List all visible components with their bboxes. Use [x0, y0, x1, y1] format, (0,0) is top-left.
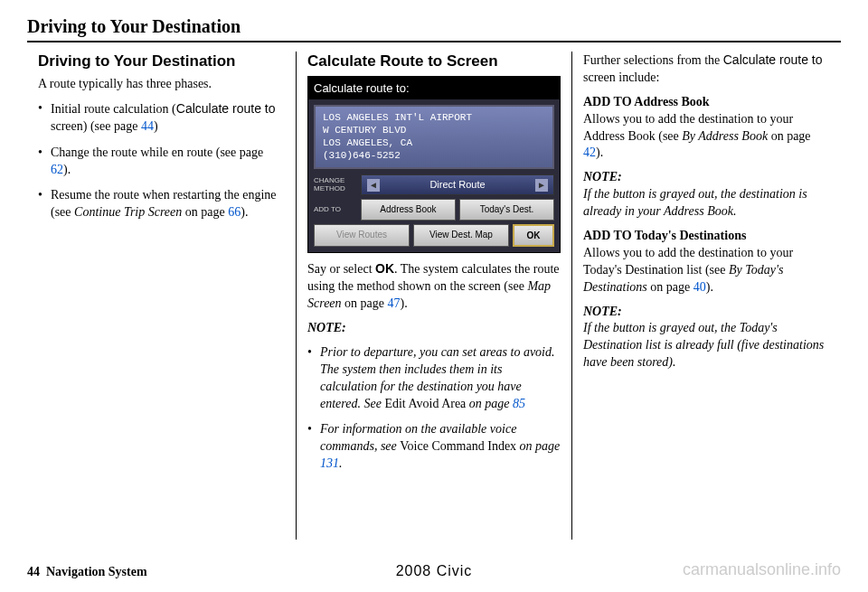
- view-dest-map-button[interactable]: View Dest. Map: [413, 224, 509, 248]
- col2-notes: Prior to departure, you can set areas to…: [307, 344, 561, 473]
- dest-line: (310)646-5252: [323, 150, 545, 163]
- method-value: Direct Route: [429, 178, 485, 192]
- page-number: 44: [27, 565, 40, 578]
- page-link[interactable]: 85: [513, 397, 525, 410]
- scr-destination: LOS ANGELES INT'L AIRPORT W CENTURY BLVD…: [314, 105, 554, 169]
- col-3: Further selections from the Calculate ro…: [571, 52, 841, 540]
- address-book-button[interactable]: Address Book: [361, 199, 456, 221]
- col2-p1: Say or select OK. The system calculates …: [307, 260, 561, 313]
- ui-term: Edit Avoid Area: [384, 397, 466, 410]
- footer: 44 Navigation System 2008 Civic carmanua…: [27, 560, 841, 579]
- label-line: ADD TO: [314, 206, 357, 214]
- dest-line: LOS ANGELES INT'L AIRPORT: [323, 112, 545, 125]
- text: ): [154, 119, 158, 133]
- col3-h1: ADD TO Address Book: [583, 94, 830, 111]
- text: ).: [241, 205, 248, 219]
- text: .: [339, 456, 343, 470]
- note-label: NOTE:: [583, 169, 830, 186]
- text: on page: [466, 397, 513, 410]
- col3-p2: Allows you to add the destination to you…: [583, 111, 830, 163]
- page-link[interactable]: 66: [228, 205, 241, 219]
- screen-name: Continue Trip Screen: [74, 205, 182, 219]
- nav-screenshot: Calculate route to: LOS ANGELES INT'L AI…: [307, 76, 561, 253]
- scr-title: Calculate route to:: [308, 77, 560, 100]
- page-link[interactable]: 44: [141, 119, 154, 133]
- page-link[interactable]: 42: [583, 146, 596, 159]
- text: Change the route while en route (see pag…: [51, 146, 263, 159]
- page-link[interactable]: 40: [693, 280, 706, 294]
- col1-item-2: Change the route while en route (see pag…: [38, 145, 285, 179]
- text: screen) (see page: [51, 119, 141, 133]
- col1-title: Driving to Your Destination: [38, 52, 285, 72]
- col1-intro: A route typically has three phases.: [38, 76, 285, 93]
- col3-p3: Allows you to add the destination to you…: [583, 245, 830, 296]
- arrow-right-icon[interactable]: ►: [535, 179, 548, 192]
- col1-item-1: Initial route calculation (Calculate rou…: [38, 100, 285, 136]
- text: Say or select: [307, 262, 375, 276]
- col1-item-3: Resume the route when restarting the eng…: [38, 187, 285, 221]
- footer-left: 44 Navigation System: [27, 565, 147, 579]
- ok-button[interactable]: OK: [513, 224, 554, 248]
- todays-dest-button[interactable]: Today's Dest.: [459, 199, 554, 221]
- col2-title: Calculate Route to Screen: [307, 52, 561, 72]
- footer-center: 2008 Civic: [396, 563, 473, 579]
- page-link[interactable]: 131: [320, 456, 339, 470]
- method-selector[interactable]: ◄ Direct Route ►: [361, 174, 554, 195]
- text: on page: [182, 205, 228, 219]
- scr-bottom-row: View Routes View Dest. Map OK: [314, 224, 554, 248]
- page-link[interactable]: 47: [388, 296, 401, 310]
- col3-note2: If the button is grayed out, the Today's…: [583, 320, 830, 371]
- text: ).: [596, 146, 603, 159]
- text: on page: [768, 129, 810, 143]
- note-label: NOTE:: [307, 320, 561, 337]
- note-label: NOTE:: [583, 304, 830, 321]
- section-name: Navigation System: [46, 565, 147, 578]
- addto-label: ADD TO: [314, 199, 357, 221]
- scr-addto-row: ADD TO Address Book Today's Dest.: [314, 199, 554, 221]
- screen-name: By Address Book: [682, 129, 768, 143]
- page-header: Driving to Your Destination: [27, 16, 841, 42]
- ui-term: Calculate route to: [723, 52, 823, 67]
- col2-note-1: Prior to departure, you can set areas to…: [307, 344, 561, 413]
- col-1: Driving to Your Destination A route typi…: [27, 52, 296, 540]
- col1-list: Initial route calculation (Calculate rou…: [38, 100, 285, 221]
- label-line: METHOD: [314, 185, 357, 193]
- view-routes-button[interactable]: View Routes: [314, 224, 410, 248]
- ui-term: Calculate route to: [176, 101, 276, 116]
- columns: Driving to Your Destination A route typi…: [27, 52, 841, 540]
- col2-note-2: For information on the available voice c…: [307, 421, 561, 473]
- watermark: carmanualsonline.info: [683, 560, 841, 579]
- ui-term: OK: [375, 261, 394, 276]
- change-method-label: CHANGE METHOD: [314, 174, 357, 195]
- text: on page: [516, 439, 560, 453]
- text: Further selections from the: [583, 53, 723, 67]
- dest-line: W CENTURY BLVD: [323, 125, 545, 137]
- col3-p1: Further selections from the Calculate ro…: [583, 52, 830, 87]
- page-link[interactable]: 62: [51, 163, 63, 176]
- col3-note1: If the button is grayed out, the destina…: [583, 186, 830, 221]
- arrow-left-icon[interactable]: ◄: [367, 179, 380, 192]
- text: ).: [401, 296, 408, 310]
- ui-term: Voice Command Index: [400, 439, 516, 453]
- col-2: Calculate Route to Screen Calculate rout…: [296, 52, 571, 540]
- text: ).: [706, 280, 713, 294]
- dest-line: LOS ANGELES, CA: [323, 137, 545, 150]
- text: screen include:: [583, 70, 659, 84]
- text: ).: [63, 163, 71, 176]
- text: Initial route calculation (: [51, 102, 176, 116]
- text: on page: [647, 280, 693, 294]
- scr-method-row: CHANGE METHOD ◄ Direct Route ►: [314, 174, 554, 195]
- text: on page: [342, 296, 388, 310]
- col3-h2: ADD TO Today's Destinations: [583, 228, 830, 245]
